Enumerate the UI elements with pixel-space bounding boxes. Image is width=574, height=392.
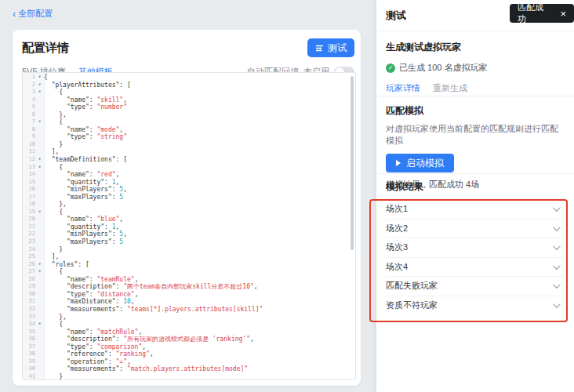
code-line[interactable]: 20 "name": "blue", bbox=[23, 216, 355, 223]
fold-icon[interactable]: ▾ bbox=[35, 321, 44, 328]
code-line[interactable]: 2▾ "playerAttributes": [ bbox=[23, 82, 355, 89]
code-line[interactable]: 28 "name": "teamRule", bbox=[23, 276, 355, 284]
line-number: 14 bbox=[23, 171, 35, 179]
fold-icon[interactable]: ▾ bbox=[35, 82, 44, 89]
regenerate-link[interactable]: 重新生成 bbox=[433, 82, 467, 94]
back-link[interactable]: ‹ 全部配置 bbox=[13, 8, 53, 20]
test-panel: 测试 生成测试虚拟玩家 ✓ 已生成 100 名虚拟玩家 玩家详情 重新生成 匹配… bbox=[376, 0, 574, 392]
line-number: 29 bbox=[23, 283, 35, 291]
code-line[interactable]: 17 "maxPlayers": 5 bbox=[23, 194, 355, 201]
code-line[interactable]: 35 "name": "matchRule", bbox=[23, 328, 355, 336]
code-text: "teamDefinitions": [ bbox=[44, 156, 127, 164]
player-details-link[interactable]: 玩家详情 bbox=[386, 82, 420, 94]
code-text: { bbox=[44, 164, 63, 172]
code-line[interactable]: 22 "minPlayers": 5, bbox=[23, 230, 355, 238]
code-line[interactable]: 39 "operation": "=", bbox=[23, 358, 355, 366]
app-window: ‹ 全部配置 配置详情 测试 5V5 排位赛 其他模板 自动匹配回填 未启用 bbox=[0, 0, 574, 392]
code-line[interactable]: 36 "description": "所有玩家的游戏模式都必须是 'rankin… bbox=[23, 336, 355, 343]
code-line[interactable]: 21 "quantity": 1, bbox=[23, 223, 355, 231]
code-line[interactable]: 15 "quantity": 1, bbox=[23, 179, 355, 187]
code-line[interactable]: 30 "type": "distance", bbox=[23, 291, 355, 299]
start-simulation-label: 启动模拟 bbox=[406, 157, 444, 170]
code-line[interactable]: 6 }, bbox=[23, 111, 355, 119]
code-line[interactable]: 23 "maxPlayers": 5 bbox=[23, 238, 355, 246]
code-line[interactable]: 4 "name": "skill", bbox=[23, 96, 355, 104]
line-number: 28 bbox=[23, 276, 35, 284]
code-line[interactable]: 32 "measurements": "teams[*].players.att… bbox=[23, 306, 355, 314]
fold-icon[interactable]: ▾ bbox=[35, 89, 44, 96]
code-line[interactable]: 14 "name": "red", bbox=[23, 171, 355, 179]
result-row[interactable]: 匹配失败玩家 bbox=[386, 277, 565, 296]
start-simulation-button[interactable]: 启动模拟 bbox=[386, 154, 454, 172]
code-line[interactable]: 9 "type": "string" bbox=[23, 133, 355, 141]
toast-text: 匹配成功 bbox=[518, 2, 551, 25]
code-line[interactable]: 7▾ { bbox=[23, 118, 355, 126]
fold-icon[interactable]: ▾ bbox=[35, 156, 44, 164]
line-number: 5 bbox=[23, 103, 35, 111]
code-line[interactable]: 12▾ "teamDefinitions": [ bbox=[23, 156, 355, 164]
fold-icon[interactable]: ▾ bbox=[35, 118, 44, 126]
line-number: 2 bbox=[23, 82, 35, 89]
code-line[interactable]: 38 "reference": "ranking", bbox=[23, 350, 355, 358]
code-line[interactable]: 13▾ { bbox=[23, 164, 355, 172]
line-number: 40 bbox=[23, 365, 35, 373]
result-row[interactable]: 场次3 bbox=[386, 238, 565, 258]
code-line[interactable]: 16 "minPlayers": 5, bbox=[23, 186, 355, 194]
code-text: "description": "所有玩家的游戏模式都必须是 'ranking'"… bbox=[44, 336, 254, 343]
code-line[interactable]: 34▾ { bbox=[23, 321, 355, 328]
line-number: 32 bbox=[23, 306, 35, 314]
code-text: { bbox=[44, 209, 63, 216]
editor-scrollbar[interactable] bbox=[351, 76, 354, 250]
code-line[interactable]: 10 } bbox=[23, 141, 355, 149]
test-button[interactable]: 测试 bbox=[307, 38, 354, 57]
simulation-description: 对虚拟玩家使用当前配置的匹配规则进行匹配模拟 bbox=[386, 123, 565, 147]
chevron-down-icon bbox=[553, 204, 561, 212]
fold-spacer bbox=[35, 126, 44, 134]
line-number: 36 bbox=[23, 336, 35, 343]
code-text: "rules": [ bbox=[44, 261, 89, 269]
fold-icon[interactable]: ▾ bbox=[35, 74, 44, 82]
code-line[interactable]: 40 "measurements": "match.players.attrib… bbox=[23, 365, 355, 373]
code-line[interactable]: 25 ], bbox=[23, 253, 355, 261]
line-number: 16 bbox=[23, 186, 35, 194]
code-text: "reference": "ranking", bbox=[44, 350, 154, 358]
code-line[interactable]: 18 }, bbox=[23, 201, 355, 209]
fold-spacer bbox=[35, 238, 44, 246]
fold-icon[interactable]: ▾ bbox=[35, 261, 44, 269]
code-line[interactable]: 37 "type": "comparison", bbox=[23, 343, 355, 351]
result-row[interactable]: 资质不符玩家 bbox=[386, 296, 565, 315]
code-line[interactable]: 19▾ { bbox=[23, 209, 355, 216]
code-text: "measurements": "match.players.attribute… bbox=[44, 365, 248, 373]
code-line[interactable]: 29 "description": "两个team各自内部玩家skill分差不超… bbox=[23, 283, 355, 291]
code-line[interactable]: 5 "type": "number" bbox=[23, 103, 355, 111]
fold-icon[interactable]: ▾ bbox=[35, 268, 44, 276]
code-line[interactable]: 11 ], bbox=[23, 148, 355, 156]
line-number: 31 bbox=[23, 298, 35, 306]
code-line[interactable]: 26▾ "rules": [ bbox=[23, 261, 355, 269]
code-line[interactable]: 41 } bbox=[23, 373, 355, 380]
result-row[interactable]: 场次4 bbox=[386, 258, 565, 278]
code-line[interactable]: 24 } bbox=[23, 246, 355, 254]
close-icon[interactable]: × bbox=[560, 9, 566, 19]
code-editor[interactable]: 1▾{2▾ "playerAttributes": [3▾ {4 "name":… bbox=[22, 72, 356, 380]
code-line[interactable]: 8 "name": "mode", bbox=[23, 126, 355, 134]
fold-spacer bbox=[35, 216, 44, 223]
result-row[interactable]: 场次1 bbox=[386, 200, 565, 220]
code-text: { bbox=[44, 89, 63, 96]
generate-links-row: 玩家详情 重新生成 bbox=[386, 82, 565, 94]
code-line[interactable]: 1▾{ bbox=[23, 74, 355, 82]
code-line[interactable]: 33 }, bbox=[23, 314, 355, 321]
back-link-label: 全部配置 bbox=[18, 8, 53, 20]
code-line[interactable]: 27▾ { bbox=[23, 268, 355, 276]
result-row-label: 场次3 bbox=[386, 241, 408, 253]
line-number: 27 bbox=[23, 268, 35, 276]
code-line[interactable]: 31 "maxDistance": 10, bbox=[23, 298, 355, 306]
code-text: "type": "comparison", bbox=[44, 343, 146, 351]
code-text: "minPlayers": 5, bbox=[44, 186, 127, 194]
line-number: 34 bbox=[23, 321, 35, 328]
result-row[interactable]: 场次2 bbox=[386, 220, 565, 239]
code-line[interactable]: 3▾ { bbox=[23, 89, 355, 96]
fold-spacer bbox=[35, 148, 44, 156]
fold-icon[interactable]: ▾ bbox=[35, 164, 44, 172]
fold-icon[interactable]: ▾ bbox=[35, 209, 44, 216]
